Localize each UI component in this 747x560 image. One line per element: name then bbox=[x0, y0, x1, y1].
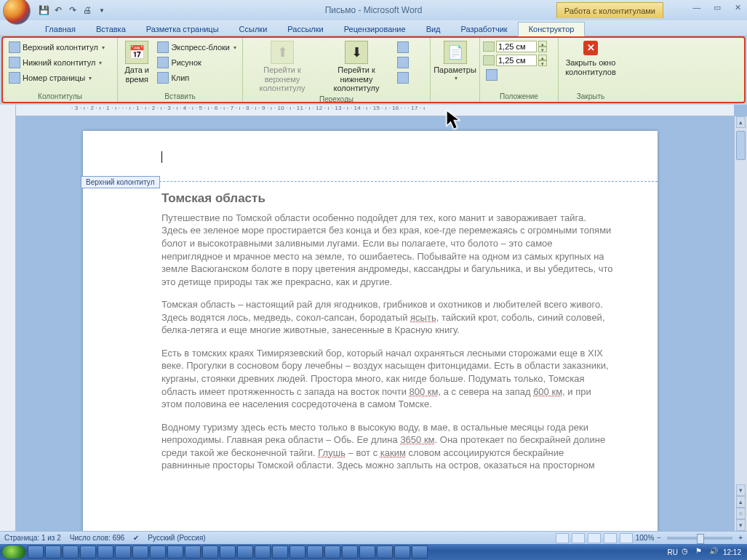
taskbar-item[interactable] bbox=[289, 545, 305, 559]
start-button[interactable] bbox=[1, 545, 26, 559]
tab-home[interactable]: Главная bbox=[35, 23, 86, 36]
datetime-button[interactable]: 📅 Дата и время bbox=[121, 39, 153, 85]
footer-button[interactable]: Нижний колонтитул▾ bbox=[6, 56, 108, 69]
chevron-down-icon: ▾ bbox=[455, 75, 458, 81]
word-count[interactable]: Число слов: 696 bbox=[70, 534, 125, 542]
tray-clock[interactable]: 12:12 bbox=[723, 548, 741, 556]
spin-up[interactable]: ▴ bbox=[538, 41, 547, 47]
close-header-button[interactable]: ✕ Закрыть окно колонтитулов bbox=[562, 39, 620, 78]
clipart-button[interactable]: Клип bbox=[154, 71, 239, 84]
footer-label: Нижний колонтитул bbox=[23, 58, 95, 67]
tab-review[interactable]: Рецензирование bbox=[334, 23, 416, 36]
footer-pos-icon bbox=[483, 55, 495, 65]
volume-icon[interactable]: 🔊 bbox=[709, 547, 719, 557]
spin-down[interactable]: ▾ bbox=[538, 60, 547, 66]
tab-insert[interactable]: Вставка bbox=[86, 23, 136, 36]
taskbar-item[interactable] bbox=[412, 545, 428, 559]
tab-mailings[interactable]: Рассылки bbox=[277, 23, 333, 36]
group-close-label: Закрыть bbox=[562, 92, 620, 102]
draft-view-button[interactable] bbox=[620, 533, 633, 543]
taskbar-item[interactable] bbox=[63, 545, 79, 559]
qat-dropdown-icon[interactable]: ▼ bbox=[96, 4, 108, 16]
scroll-thumb[interactable] bbox=[736, 131, 746, 160]
next-page-icon[interactable]: ▾ bbox=[736, 519, 746, 531]
tab-references[interactable]: Ссылки bbox=[229, 23, 278, 36]
taskbar-item[interactable] bbox=[28, 545, 44, 559]
tab-design[interactable]: Конструктор bbox=[518, 22, 586, 36]
taskbar-item[interactable] bbox=[80, 545, 96, 559]
page-status[interactable]: Страница: 1 из 2 bbox=[4, 534, 61, 542]
quick-parts-button[interactable]: Экспресс-блоки▾ bbox=[154, 41, 239, 54]
tray-icon[interactable]: ◷ bbox=[682, 547, 692, 557]
taskbar-item[interactable] bbox=[220, 545, 236, 559]
taskbar-item[interactable] bbox=[324, 545, 340, 559]
title-bar: 💾 ↶ ↷ 🖨 ▼ Письмо - Microsoft Word Работа… bbox=[0, 0, 747, 20]
vertical-ruler[interactable] bbox=[0, 105, 16, 531]
tray-lang[interactable]: RU bbox=[668, 548, 678, 556]
taskbar-item[interactable] bbox=[342, 545, 358, 559]
vertical-scrollbar[interactable]: ▴ ▾ ▴ ○ ▾ bbox=[734, 116, 747, 531]
undo-icon[interactable]: ↶ bbox=[52, 4, 64, 16]
group-insert-label: Вставить bbox=[121, 92, 239, 102]
insert-alignment-tab-button[interactable] bbox=[483, 68, 547, 81]
taskbar-item[interactable] bbox=[45, 545, 61, 559]
quick-parts-icon bbox=[157, 41, 169, 53]
page[interactable]: Верхний колонтитул Томская область Путеш… bbox=[83, 131, 658, 560]
zoom-slider[interactable] bbox=[667, 537, 732, 540]
close-button[interactable]: ✕ bbox=[731, 3, 744, 12]
goto-footer-button[interactable]: ⬇ Перейти к нижнему колонтитулу bbox=[320, 39, 393, 95]
language-status[interactable]: Русский (Россия) bbox=[148, 534, 205, 542]
scroll-up-icon[interactable]: ▴ bbox=[736, 116, 746, 128]
fullscreen-reading-view-button[interactable] bbox=[572, 533, 585, 543]
browse-object-icon[interactable]: ○ bbox=[736, 508, 746, 519]
link-previous-button[interactable] bbox=[394, 71, 412, 84]
doc-heading: Томская область bbox=[161, 191, 614, 207]
spin-down[interactable]: ▾ bbox=[538, 47, 547, 52]
outline-view-button[interactable] bbox=[604, 533, 617, 543]
zoom-out-button[interactable]: − bbox=[657, 534, 661, 542]
minimize-button[interactable]: — bbox=[690, 3, 703, 12]
redo-icon[interactable]: ↷ bbox=[67, 4, 79, 16]
prev-page-icon[interactable]: ▴ bbox=[736, 496, 746, 508]
scroll-down-icon[interactable]: ▾ bbox=[736, 484, 746, 496]
prev-section-button[interactable] bbox=[394, 41, 412, 54]
print-icon[interactable]: 🖨 bbox=[81, 4, 93, 16]
next-section-button[interactable] bbox=[394, 56, 412, 69]
zoom-level[interactable]: 100% bbox=[636, 534, 655, 542]
taskbar-item[interactable] bbox=[237, 545, 253, 559]
footer-from-bottom-input[interactable] bbox=[496, 55, 537, 66]
taskbar-item[interactable] bbox=[255, 545, 271, 559]
header-button[interactable]: Верхний колонтитул▾ bbox=[6, 41, 108, 54]
tray-icon[interactable]: ⚑ bbox=[695, 547, 706, 557]
picture-button[interactable]: Рисунок bbox=[154, 56, 239, 69]
taskbar-item[interactable] bbox=[377, 545, 393, 559]
web-layout-view-button[interactable] bbox=[588, 533, 601, 543]
chevron-down-icon: ▾ bbox=[233, 44, 236, 51]
save-icon[interactable]: 💾 bbox=[38, 4, 49, 16]
spin-up[interactable]: ▴ bbox=[538, 55, 547, 60]
goto-header-button[interactable]: ⬆ Перейти к верхнему колонтитулу bbox=[246, 39, 319, 95]
taskbar-item[interactable] bbox=[185, 545, 201, 559]
next-section-icon bbox=[397, 57, 409, 68]
taskbar-item[interactable] bbox=[97, 545, 113, 559]
maximize-button[interactable]: ▭ bbox=[711, 3, 724, 12]
taskbar-item[interactable] bbox=[202, 545, 218, 559]
taskbar-item[interactable] bbox=[359, 545, 375, 559]
taskbar-item[interactable] bbox=[167, 545, 183, 559]
taskbar-item[interactable] bbox=[150, 545, 166, 559]
spellcheck-icon[interactable]: ✔ bbox=[133, 534, 139, 542]
page-number-button[interactable]: Номер страницы▾ bbox=[6, 71, 108, 84]
taskbar-item[interactable] bbox=[394, 545, 410, 559]
taskbar-item[interactable] bbox=[132, 545, 148, 559]
tab-page-layout[interactable]: Разметка страницы bbox=[136, 23, 229, 36]
taskbar-item[interactable] bbox=[307, 545, 323, 559]
header-from-top-input[interactable] bbox=[496, 41, 537, 52]
taskbar-item[interactable] bbox=[115, 545, 131, 559]
options-button[interactable]: 📄 Параметры ▾ bbox=[434, 39, 477, 83]
header-region[interactable]: Верхний колонтитул bbox=[83, 131, 658, 182]
print-layout-view-button[interactable] bbox=[556, 533, 569, 543]
zoom-in-button[interactable]: + bbox=[738, 534, 743, 542]
taskbar-item[interactable] bbox=[272, 545, 288, 559]
tab-developer[interactable]: Разработчик bbox=[451, 23, 518, 36]
tab-view[interactable]: Вид bbox=[416, 23, 451, 36]
